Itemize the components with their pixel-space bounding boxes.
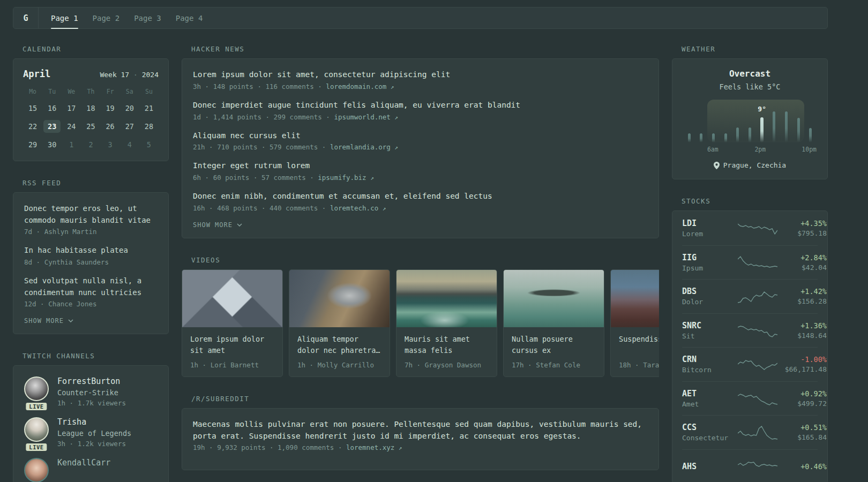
hn-item-title[interactable]: Donec imperdiet augue tincidunt felis al… [193,100,648,111]
video-card[interactable]: Lorem ipsum dolor sit amet consectetu…1h… [182,269,283,377]
weekday-label: Su [139,88,159,95]
hn-item-title[interactable]: Lorem ipsum dolor sit amet, consectetur … [193,69,648,81]
video-title: Aliquam tempor dolor nec pharetra… [297,334,381,356]
tab-page-2[interactable]: Page 2 [93,7,120,28]
hn-item-title[interactable]: Aliquam nec cursus elit [193,130,648,142]
weather-bar [797,118,800,142]
app-logo[interactable]: G [13,7,39,28]
feed-item-domain[interactable]: loremlandia.org ↗ [330,143,398,151]
calendar-day: 15 [24,102,41,115]
stock-id: DBSDolor [682,287,738,306]
weather-bar [724,133,727,142]
stock-id: SNRCSit [682,321,738,340]
rss-show-more-button[interactable]: SHOW MORE [24,317,73,325]
stock-change: +4.35% [777,219,827,228]
rss-item-title[interactable]: Sed volutpat nulla nisl, a condimentum n… [24,275,158,298]
calendar-day: 30 [43,138,61,151]
show-more-label: SHOW MORE [24,317,64,325]
foggy-field-thumbnail [611,270,659,327]
external-link-icon: ↗ [394,144,398,151]
hn-list: Lorem ipsum dolor sit amet, consectetur … [193,69,648,212]
feed-item-domain[interactable]: loremdomain.com ↗ [326,82,394,91]
external-link-icon: ↗ [391,84,394,91]
hn-item-title[interactable]: Integer eget rutrum lorem [193,160,648,172]
hn-item-title-meta: 1d · 1,414 points · 299 comments · ipsum… [193,113,648,121]
video-title: Suspendisse diam [619,334,659,356]
weather-axis: 6am2pm10pm [683,146,817,153]
stock-row[interactable]: SNRCSit+1.36%$148.64 [682,313,818,348]
stock-row[interactable]: DBSDolor+1.42%$156.28 [682,279,818,313]
tab-page-1[interactable]: Page 1 [51,7,78,28]
feed-item-domain[interactable]: loremnet.xyz ↗ [346,443,402,451]
stock-change: +0.92% [777,389,827,398]
subreddit-section: /R/SUBREDDIT Maecenas mollis pulvinar er… [182,395,659,471]
hn-show-more-button[interactable]: SHOW MORE [193,221,242,229]
calendar-days: 1516171819202122232425262728293012345 [23,102,159,151]
section-title-calendar: CALENDAR [23,45,169,53]
stock-row[interactable]: CCSConsectetur+0.51%$165.84 [682,415,818,449]
twitch-section: TWITCH CHANNELS LIVEForrestBurtonCounter… [13,352,169,482]
calendar-day: 23 [43,120,61,133]
rss-item-meta: 12d · Chance Jones [24,300,158,308]
tab-page-4[interactable]: Page 4 [176,7,203,28]
rss-item-title[interactable]: Donec tempor eros leo, ut commodo mauris… [24,203,158,226]
video-title: Nullam posuere cursus ex [512,334,596,356]
video-card[interactable]: Mauris sit amet massa felis7h · Grayson … [396,269,497,377]
weather-bar-cell [707,100,720,142]
stock-row[interactable]: LDILorem+4.35%$795.18 [682,211,818,245]
video-title: Lorem ipsum dolor sit amet consectetu… [190,334,274,356]
feed-item-domain[interactable]: ipsumworld.net ↗ [334,113,398,121]
hn-item-title-wrap: Lorem ipsum dolor sit amet, consectetur … [193,69,648,91]
show-more-label: SHOW MORE [193,221,233,229]
hn-item-title-wrap: Donec enim nibh, condimentum et accumsan… [193,191,648,212]
twitch-channel[interactable]: LIVEForrestBurtonCounter-Strike1h · 1.7k… [24,376,158,407]
tab-page-3[interactable]: Page 3 [134,7,161,28]
video-meta: 17h · Stefan Cole [512,361,596,369]
stocks-list: LDILorem+4.35%$795.18IIGIpsum+2.84%$42.0… [682,211,818,482]
subreddit-post-title-wrap: Maecenas mollis pulvinar erat non posuer… [193,419,648,452]
stock-values: +2.84%$42.04 [777,253,827,272]
calendar-day: 17 [63,102,80,115]
twitch-channel[interactable]: KendallCarr [24,458,158,482]
stock-sparkline [738,424,777,440]
weather-bar [700,133,702,142]
videos-section: VIDEOS Lorem ipsum dolor sit amet consec… [182,256,659,377]
rss-item: In hac habitasse platea8d · Cynthia Saun… [24,245,158,266]
feed-item-domain[interactable]: ipsumify.biz ↗ [318,174,373,182]
stock-name: Lorem [682,230,738,238]
feed-item-domain[interactable]: loremtech.co ↗ [330,204,386,212]
weather-widget: Overcast Feels like 5°C 9° 6am2pm10pm Pr… [672,58,828,179]
rss-item-title[interactable]: In hac habitasse platea [24,245,158,257]
stock-name: Bitcorn [682,366,738,374]
calendar-day: 5 [140,138,158,151]
stock-row[interactable]: AHS+0.46% [682,449,818,482]
stock-symbol: CCS [682,423,738,432]
channel-info: KendallCarr [57,458,110,482]
video-card[interactable]: Nullam posuere cursus ex17h · Stefan Col… [503,269,604,377]
stock-price: $66,171.48 [777,365,827,373]
stock-sparkline [738,356,777,372]
subreddit-post-title[interactable]: Maecenas mollis pulvinar erat non posuer… [193,419,648,442]
stock-id: AETAmet [682,389,738,408]
rss-widget: Donec tempor eros leo, ut commodo mauris… [13,192,169,334]
external-link-icon: ↗ [383,205,386,212]
calendar-year: 2024 [142,71,159,79]
channel-info: ForrestBurtonCounter-Strike1h · 1.7k vie… [57,376,126,407]
video-card[interactable]: Suspendisse diam18h · Tara [610,269,659,377]
twitch-channel[interactable]: LIVETrishaLeague of Legends3h · 1.2k vie… [24,417,158,448]
weather-location: Prague, Czechia [680,161,820,169]
stock-row[interactable]: AETAmet+0.92%$499.72 [682,381,818,416]
stock-row[interactable]: IIGIpsum+2.84%$42.04 [682,245,818,280]
stock-row[interactable]: CRNBitcorn-1.00%$66,171.48 [682,347,818,381]
weather-bar-cell [732,100,744,142]
video-card[interactable]: Aliquam tempor dolor nec pharetra…1h · M… [289,269,390,377]
chevron-down-icon [68,319,73,322]
hn-item-title[interactable]: Donec enim nibh, condimentum et accumsan… [193,191,648,202]
stock-price: $156.28 [777,297,827,305]
stock-id: CRNBitcorn [682,355,738,374]
stock-sparkline [738,390,777,406]
twitch-widget: LIVEForrestBurtonCounter-Strike1h · 1.7k… [13,365,169,482]
channel-name: Trisha [57,417,131,427]
stock-id: CCSConsectetur [682,423,738,442]
video-meta: 1h · Molly Carrillo [297,361,381,369]
